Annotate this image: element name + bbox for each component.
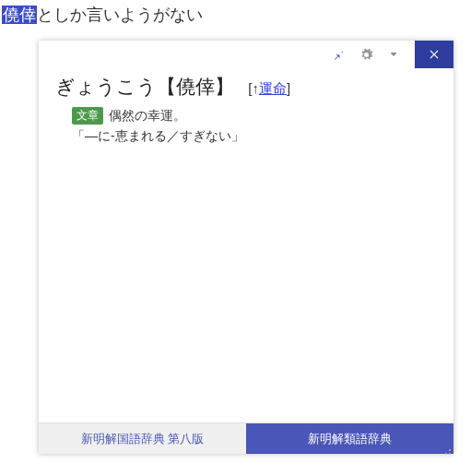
svg-point-2 bbox=[449, 453, 451, 455]
example-text: 「―に-恵まれる／すぎない」 bbox=[72, 128, 437, 145]
sentence-rest: としか言いようがない bbox=[37, 6, 203, 24]
tab-kokugo[interactable]: 新明解国語辞典 第八版 bbox=[39, 423, 246, 454]
headword-reading: ぎょうこう bbox=[55, 76, 157, 98]
close-button[interactable] bbox=[415, 41, 453, 68]
definition-text: 偶然の幸運。 bbox=[109, 108, 186, 125]
definition-line: 文章 偶然の幸運。 bbox=[72, 107, 437, 125]
resize-handle[interactable] bbox=[442, 443, 452, 452]
svg-point-1 bbox=[445, 453, 447, 455]
headword: ぎょうこう【僥倖】 [↑運命] bbox=[55, 74, 437, 100]
close-icon bbox=[428, 48, 441, 61]
reference-link-wrap: [↑運命] bbox=[248, 80, 290, 96]
pin-icon[interactable] bbox=[326, 41, 350, 68]
register-tag: 文章 bbox=[72, 107, 103, 125]
highlighted-word[interactable]: 僥倖 bbox=[2, 6, 37, 24]
headword-kanji: 【僥倖】 bbox=[157, 76, 234, 98]
svg-point-0 bbox=[449, 449, 451, 451]
gear-icon[interactable] bbox=[354, 41, 378, 68]
dictionary-popup: ぎょうこう【僥倖】 [↑運命] 文章 偶然の幸運。 「―に-恵まれる／すぎない」… bbox=[39, 41, 453, 454]
tab-ruigo[interactable]: 新明解類語辞典 bbox=[246, 423, 453, 454]
entry-content: ぎょうこう【僥倖】 [↑運命] 文章 偶然の幸運。 「―に-恵まれる／すぎない」 bbox=[39, 68, 453, 422]
context-sentence: 僥倖としか言いようがない bbox=[0, 0, 471, 30]
dictionary-tabs: 新明解国語辞典 第八版 新明解類語辞典 bbox=[39, 422, 453, 454]
dropdown-icon[interactable] bbox=[382, 41, 406, 68]
popup-toolbar bbox=[39, 41, 453, 68]
reference-link[interactable]: 運命 bbox=[259, 80, 287, 96]
